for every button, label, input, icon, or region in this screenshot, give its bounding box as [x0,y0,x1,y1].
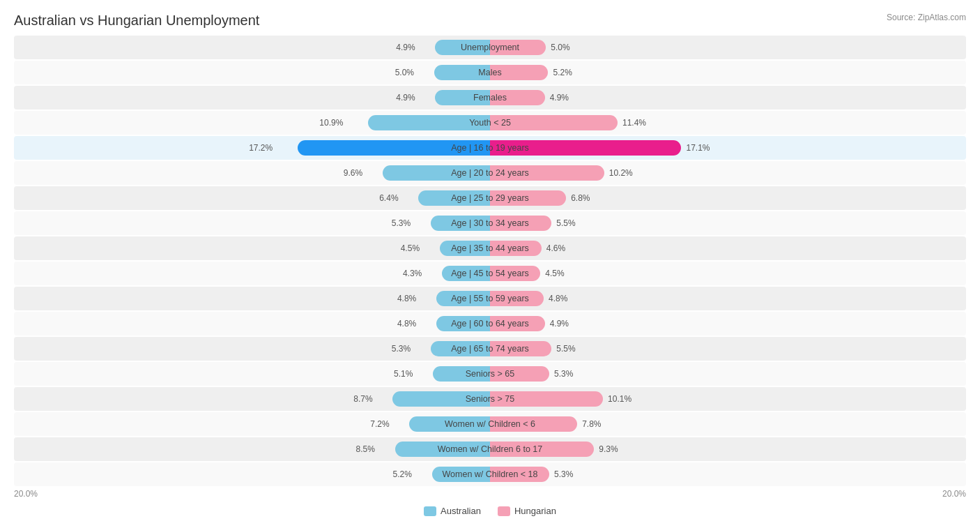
right-section: 5.3% [490,362,966,386]
chart-source: Source: ZipAtlas.com [887,13,966,22]
left-section: 5.3% [14,337,490,361]
value-left: 5.3% [392,344,411,354]
legend-item-hungarian: Hungarian [498,506,556,516]
bar-row: 4.9% Females 4.9% [14,86,966,110]
value-right: 5.0% [549,43,569,52]
right-section: 4.5% [490,262,966,285]
right-section: 4.9% [490,312,966,335]
left-section: 7.2% [14,412,490,436]
value-right: 17.1% [684,143,710,153]
axis-right: 20.0% [490,489,966,499]
value-left: 5.3% [392,218,411,228]
value-right: 7.8% [581,419,601,429]
right-section: 4.9% [490,86,966,110]
bar-right [490,341,551,356]
value-left: 5.0% [395,68,414,77]
right-section: 7.8% [490,412,966,436]
right-section: 17.1% [490,136,966,160]
left-section: 8.5% [14,437,490,461]
value-left: 17.2% [249,143,273,153]
right-section: 5.5% [490,337,966,361]
right-section: 4.8% [490,287,966,310]
value-left: 8.5% [355,444,374,454]
value-left: 7.2% [370,419,389,429]
bar-left [435,40,490,55]
bar-right [490,416,577,432]
axis-left: 20.0% [14,489,490,499]
left-section: 5.1% [14,362,490,386]
chart-area: 4.9% Unemployment 5.0% 5.0% Males 5.2% 4… [14,36,966,486]
bar-row: 6.4% Age | 25 to 29 years 6.8% [14,186,966,210]
value-right: 5.3% [553,469,573,479]
bar-left [434,65,490,80]
bar-right [490,442,594,457]
value-left: 4.8% [397,319,416,329]
bar-row: 17.2% Age | 16 to 19 years 17.1% [14,136,966,160]
bar-row: 5.0% Males 5.2% [14,61,966,84]
bar-left [436,291,490,306]
value-left: 8.7% [353,394,372,404]
value-right: 10.1% [606,394,631,404]
bar-row: 4.9% Unemployment 5.0% [14,36,966,59]
left-section: 5.0% [14,61,490,84]
legend-label-australian: Australian [441,506,481,516]
right-section: 11.4% [490,111,966,135]
left-section: 4.9% [14,86,490,110]
bar-row: 5.1% Seniors > 65 5.3% [14,362,966,386]
bar-right [490,266,540,281]
left-section: 4.5% [14,236,490,260]
bar-left [433,366,490,382]
left-section: 4.8% [14,287,490,310]
left-section: 17.2% [14,136,490,160]
value-left: 4.5% [401,243,420,253]
bar-left [368,115,490,130]
value-left: 4.9% [396,93,415,103]
bar-right [490,140,681,156]
bar-right [490,65,548,80]
right-section: 6.8% [490,186,966,210]
bar-right [490,115,618,130]
right-section: 5.3% [490,462,966,486]
bar-row: 7.2% Women w/ Children < 6 7.8% [14,412,966,436]
value-right: 5.5% [555,218,575,228]
left-section: 5.3% [14,211,490,235]
bar-row: 5.3% Age | 65 to 74 years 5.5% [14,337,966,361]
right-section: 9.3% [490,437,966,461]
bar-left [298,140,490,156]
chart-container: Australian vs Hungarian Unemployment Sou… [0,0,980,528]
value-right: 5.5% [555,344,575,354]
bar-left [436,316,490,331]
value-left: 6.4% [379,193,398,203]
value-left: 5.2% [392,469,411,479]
bar-left [409,416,490,432]
bar-row: 5.2% Women w/ Children < 18 5.3% [14,462,966,486]
bar-row: 8.7% Seniors > 75 10.1% [14,387,966,411]
bar-right [490,90,545,105]
bar-row: 9.6% Age | 20 to 24 years 10.2% [14,161,966,185]
bar-right [490,216,551,231]
right-section: 10.1% [490,387,966,411]
bar-right [490,291,544,306]
left-section: 4.3% [14,262,490,285]
value-left: 9.6% [344,168,362,178]
legend-box-australian [424,506,436,516]
value-right: 4.6% [545,243,565,253]
right-section: 10.2% [490,161,966,185]
value-right: 5.3% [553,369,573,379]
bar-left [431,341,490,356]
bar-right [490,391,603,407]
bar-left [431,216,490,231]
bar-left [435,90,490,105]
value-right: 5.2% [551,68,572,77]
left-section: 8.7% [14,387,490,411]
value-left: 5.1% [394,369,413,379]
value-right: 4.8% [547,294,567,303]
bar-right [490,190,566,206]
bar-row: 4.8% Age | 55 to 59 years 4.8% [14,287,966,310]
bar-left [395,442,490,457]
bar-left [392,391,490,407]
chart-title: Australian vs Hungarian Unemployment [14,13,966,29]
left-section: 4.8% [14,312,490,335]
left-section: 10.9% [14,111,490,135]
bar-left [432,467,490,482]
